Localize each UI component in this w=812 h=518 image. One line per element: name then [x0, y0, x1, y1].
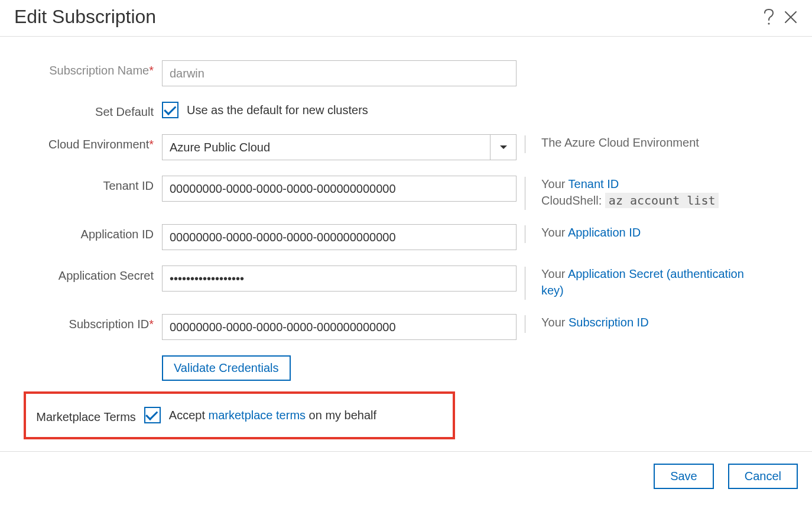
- set-default-checkbox-label: Use as the default for new clusters: [187, 103, 368, 117]
- label-tenant-id: Tenant ID: [27, 176, 162, 193]
- marketplace-terms-checkbox[interactable]: [144, 407, 161, 423]
- label-application-id: Application ID: [27, 224, 162, 241]
- marketplace-terms-link[interactable]: marketplace terms: [209, 409, 306, 422]
- help-button[interactable]: [762, 8, 775, 26]
- cloud-environment-selected: Azure Public Cloud: [162, 134, 491, 160]
- text-before: Accept: [169, 409, 209, 422]
- tenant-id-link[interactable]: Tenant ID: [569, 177, 619, 190]
- row-marketplace-terms: Marketplace Terms Accept marketplace ter…: [32, 407, 447, 424]
- form-area: Subscription Name* Set Default Use as th…: [0, 37, 812, 451]
- cloud-environment-select[interactable]: Azure Public Cloud: [162, 134, 517, 160]
- chevron-down-icon: [499, 144, 508, 150]
- label-set-default: Set Default: [27, 102, 162, 119]
- application-id-input[interactable]: [162, 224, 517, 250]
- dialog-header-actions: [762, 8, 798, 26]
- label-text: Subscription ID: [69, 318, 150, 331]
- subscription-name-input[interactable]: [162, 60, 517, 86]
- tenant-id-input[interactable]: [162, 176, 517, 202]
- subscription-id-link[interactable]: Subscription ID: [569, 316, 649, 329]
- subscription-id-input[interactable]: [162, 314, 517, 340]
- cloud-environment-caret[interactable]: [491, 134, 517, 160]
- row-tenant-id: Tenant ID Your Tenant ID CloudShell: az …: [27, 176, 798, 209]
- help-line2-code: az account list: [605, 193, 719, 208]
- set-default-checkbox[interactable]: [162, 102, 178, 118]
- required-mark: *: [149, 64, 154, 77]
- row-subscription-name: Subscription Name*: [27, 60, 798, 86]
- save-button[interactable]: Save: [654, 464, 714, 489]
- row-subscription-id: Subscription ID* Your Subscription ID: [27, 314, 798, 340]
- label-cloud-environment: Cloud Environment*: [27, 134, 162, 151]
- help-icon: [762, 8, 775, 26]
- row-application-id: Application ID Your Application ID: [27, 224, 798, 250]
- help-text: Your: [541, 267, 568, 280]
- help-application-secret: Your Application Secret (authentication …: [517, 266, 765, 299]
- required-mark: *: [149, 318, 154, 331]
- row-cloud-environment: Cloud Environment* Azure Public Cloud Th…: [27, 134, 798, 160]
- validate-credentials-button[interactable]: Validate Credentials: [162, 355, 291, 381]
- label-spacer: [27, 355, 162, 359]
- application-secret-link[interactable]: Application Secret (authentication key): [541, 267, 744, 297]
- help-application-id: Your Application ID: [517, 224, 641, 241]
- help-text: Your: [541, 316, 569, 329]
- label-marketplace-terms: Marketplace Terms: [32, 407, 144, 424]
- help-text: Your: [541, 226, 568, 239]
- dialog-footer: Save Cancel: [0, 451, 812, 501]
- dialog-title: Edit Subscription: [14, 6, 156, 28]
- close-button[interactable]: [784, 10, 798, 24]
- help-cloud-environment: The Azure Cloud Environment: [517, 134, 699, 151]
- close-icon: [784, 10, 798, 24]
- row-set-default: Set Default Use as the default for new c…: [27, 102, 798, 119]
- label-text: Cloud Environment: [48, 138, 149, 151]
- help-line2-text: CloudShell:: [541, 194, 605, 207]
- help-tenant-id: Your Tenant ID CloudShell: az account li…: [517, 176, 719, 209]
- marketplace-terms-text: Accept marketplace terms on my behalf: [169, 409, 376, 422]
- marketplace-terms-highlight: Marketplace Terms Accept marketplace ter…: [24, 391, 455, 439]
- label-subscription-name: Subscription Name*: [27, 60, 162, 77]
- cancel-button[interactable]: Cancel: [728, 464, 798, 489]
- application-id-link[interactable]: Application ID: [568, 226, 641, 239]
- row-validate: Validate Credentials: [27, 355, 798, 381]
- label-text: Subscription Name: [49, 64, 149, 77]
- label-subscription-id: Subscription ID*: [27, 314, 162, 331]
- row-application-secret: Application Secret Your Application Secr…: [27, 266, 798, 299]
- svg-point-0: [768, 22, 769, 24]
- label-application-secret: Application Secret: [27, 266, 162, 283]
- application-secret-input[interactable]: [162, 266, 517, 292]
- help-text: Your: [541, 177, 569, 190]
- text-after: on my behalf: [306, 409, 376, 422]
- help-subscription-id: Your Subscription ID: [517, 314, 649, 331]
- dialog-header: Edit Subscription: [0, 0, 812, 37]
- required-mark: *: [149, 138, 154, 151]
